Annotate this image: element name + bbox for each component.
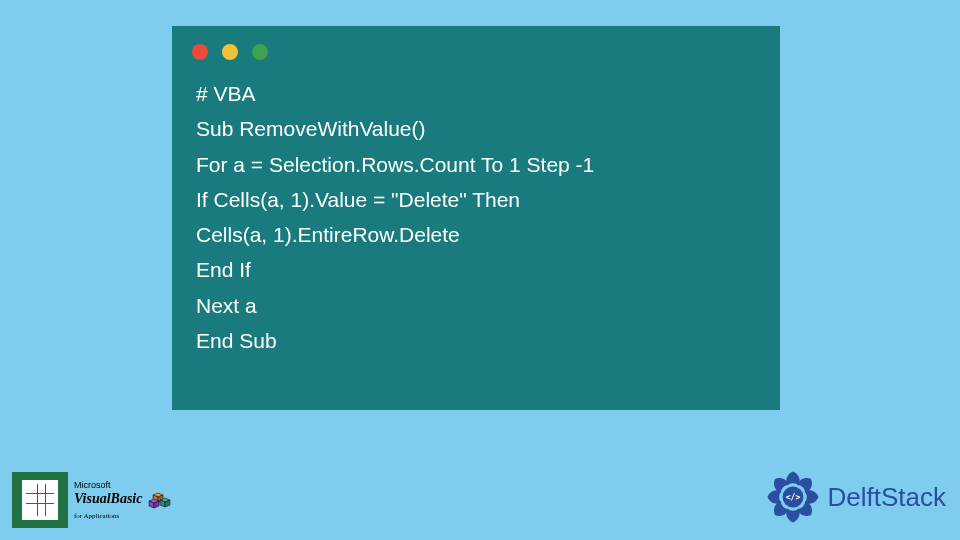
delftstack-logo-icon: </> (764, 468, 822, 526)
code-block: # VBA Sub RemoveWithValue() For a = Sele… (172, 26, 780, 410)
code-line: # VBA (196, 76, 756, 111)
vb-line2: VisualBasic (74, 491, 142, 506)
code-lines: # VBA Sub RemoveWithValue() For a = Sele… (196, 76, 756, 358)
visual-basic-label: Microsoft VisualBasic (74, 479, 173, 521)
code-line: End If (196, 252, 756, 287)
code-line: Next a (196, 288, 756, 323)
close-icon (192, 44, 208, 60)
code-line: If Cells(a, 1).Value = "Delete" Then (196, 182, 756, 217)
code-line: End Sub (196, 323, 756, 358)
code-line: For a = Selection.Rows.Count To 1 Step -… (196, 147, 756, 182)
excel-vba-badge: Microsoft VisualBasic (12, 472, 173, 528)
delftstack-label: DelftStack (828, 482, 947, 513)
svg-text:</>: </> (785, 492, 800, 502)
code-line: Sub RemoveWithValue() (196, 111, 756, 146)
cubes-icon (147, 491, 173, 509)
minimize-icon (222, 44, 238, 60)
vb-line3: for Applications (74, 512, 119, 520)
code-line: Cells(a, 1).EntireRow.Delete (196, 217, 756, 252)
window-traffic-lights (192, 44, 756, 60)
maximize-icon (252, 44, 268, 60)
excel-icon (12, 472, 68, 528)
delftstack-badge: </> DelftStack (764, 468, 947, 526)
vb-line1: Microsoft (74, 480, 111, 490)
